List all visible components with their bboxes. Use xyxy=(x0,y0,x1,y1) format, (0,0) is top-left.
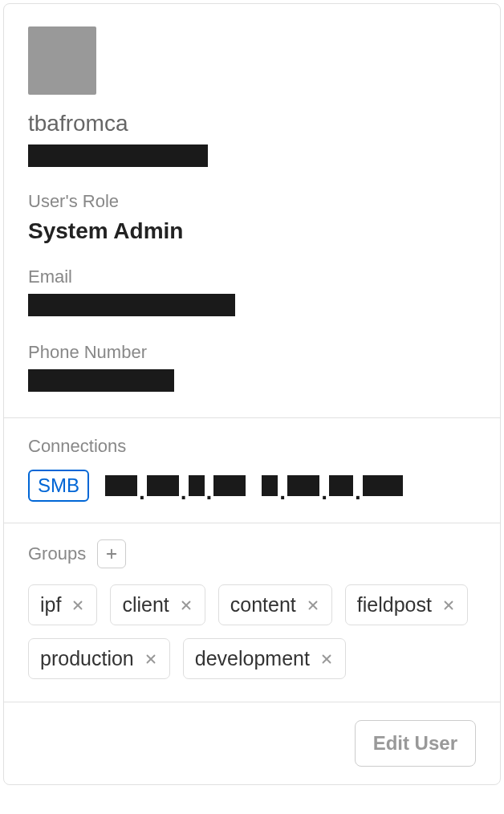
close-icon xyxy=(441,598,456,613)
close-icon xyxy=(319,652,334,666)
group-tag-label: content xyxy=(230,593,296,617)
close-icon xyxy=(179,598,193,613)
group-tag-label: fieldpost xyxy=(357,593,432,617)
group-tag[interactable]: fieldpost xyxy=(345,584,468,625)
close-icon xyxy=(306,598,320,613)
group-tag[interactable]: production xyxy=(28,638,170,679)
remove-group-button[interactable] xyxy=(144,652,158,666)
role-value: System Admin xyxy=(28,218,476,244)
edit-user-button[interactable]: Edit User xyxy=(355,720,476,767)
group-tag[interactable]: client xyxy=(110,584,205,625)
connections-section: Connections SMB . . . . . . xyxy=(4,418,500,523)
close-icon xyxy=(71,598,85,613)
phone-label: Phone Number xyxy=(28,342,476,363)
remove-group-button[interactable] xyxy=(319,652,334,666)
redacted-ip-2: . . . xyxy=(262,475,402,496)
redacted-ip-1: . . . xyxy=(105,475,246,496)
groups-container: ipfclientcontentfieldpostproductiondevel… xyxy=(28,584,476,679)
redacted-email xyxy=(28,294,235,316)
plus-icon xyxy=(104,547,119,561)
group-tag[interactable]: development xyxy=(183,638,346,679)
group-tag[interactable]: ipf xyxy=(28,584,97,625)
username: tbafromca xyxy=(28,111,476,136)
redacted-full-name xyxy=(28,144,208,167)
remove-group-button[interactable] xyxy=(441,598,456,613)
group-tag-label: production xyxy=(40,647,134,670)
user-info-section: tbafromca User's Role System Admin Email… xyxy=(4,4,500,417)
group-tag-label: development xyxy=(195,647,310,670)
groups-header: Groups xyxy=(28,539,476,568)
role-label: User's Role xyxy=(28,191,476,212)
add-group-button[interactable] xyxy=(97,539,126,568)
avatar xyxy=(28,26,96,95)
redacted-phone xyxy=(28,369,174,392)
email-label: Email xyxy=(28,267,476,287)
footer-section: Edit User xyxy=(4,702,500,784)
remove-group-button[interactable] xyxy=(71,598,85,613)
close-icon xyxy=(144,652,158,666)
remove-group-button[interactable] xyxy=(306,598,320,613)
connections-label: Connections xyxy=(28,436,476,457)
remove-group-button[interactable] xyxy=(179,598,193,613)
group-tag-label: client xyxy=(122,593,169,617)
groups-label: Groups xyxy=(28,543,86,564)
protocol-badge[interactable]: SMB xyxy=(28,470,89,502)
group-tag-label: ipf xyxy=(40,593,61,617)
groups-section: Groups ipfclientcontentfieldpostproducti… xyxy=(4,523,500,702)
user-detail-card: tbafromca User's Role System Admin Email… xyxy=(3,3,501,785)
connections-row: SMB . . . . . . xyxy=(28,470,476,502)
group-tag[interactable]: content xyxy=(218,584,332,625)
